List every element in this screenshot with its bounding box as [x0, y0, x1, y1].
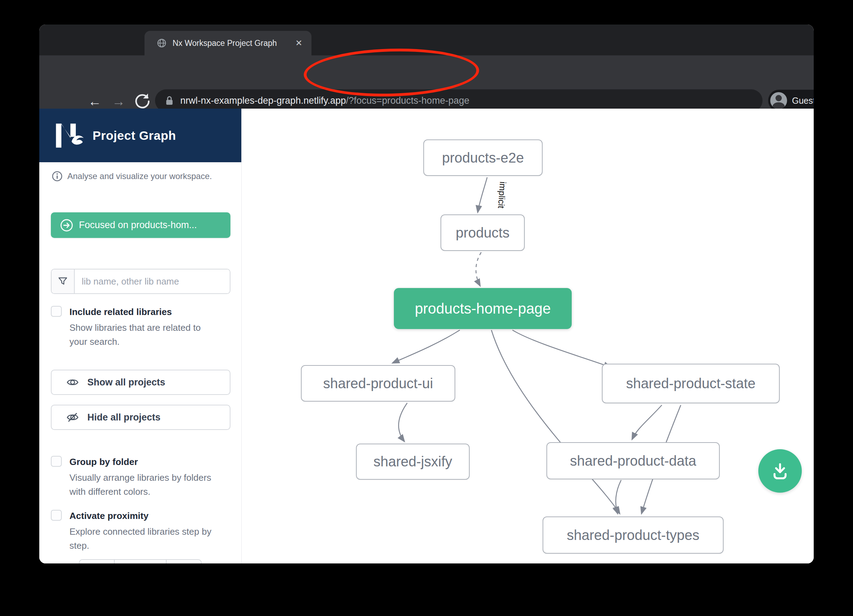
group-by-folder-description: Visually arrange libraries by folders wi… [70, 471, 229, 499]
graph-node-products[interactable]: products [440, 215, 525, 251]
close-tab-icon[interactable]: ✕ [295, 38, 302, 48]
activate-proximity-description: Explore connected libraries step by step… [70, 525, 229, 552]
lock-icon [165, 96, 174, 106]
eye-icon [66, 376, 79, 389]
graph-node-shared-product-types[interactable]: shared-product-types [543, 516, 724, 554]
include-related-row: Include related libraries Show libraries… [51, 305, 229, 349]
eye-off-icon [66, 411, 79, 424]
edge-label-implicit: implicit [496, 181, 508, 209]
include-related-label: Include related libraries [70, 305, 229, 319]
filter-box [51, 269, 231, 294]
group-by-folder-label: Group by folder [70, 455, 229, 469]
graph-edges [242, 109, 814, 563]
stepper-increment-button[interactable]: + [166, 560, 201, 563]
nx-logo-icon [55, 123, 85, 148]
group-by-folder-checkbox[interactable] [51, 456, 62, 467]
download-image-button[interactable] [758, 449, 802, 493]
arrow-right-circle-icon [60, 219, 73, 232]
tab-strip: Nx Workspace Project Graph ✕ + [39, 24, 814, 55]
tagline-row: Analyse and visualize your workspace. [52, 171, 212, 182]
url-text: nrwl-nx-examples-dep-graph.netlify.app/?… [180, 95, 469, 106]
info-icon [52, 171, 62, 182]
include-related-checkbox[interactable] [51, 306, 62, 317]
graph-node-shared-product-state[interactable]: shared-product-state [602, 364, 780, 403]
show-all-projects-label: Show all projects [87, 377, 165, 388]
graph-node-shared-product-data[interactable]: shared-product-data [546, 442, 720, 479]
page-title: Project Graph [93, 129, 176, 142]
download-icon [770, 461, 790, 481]
proximity-stepper: − 1 + [79, 559, 202, 563]
browser-tab[interactable]: Nx Workspace Project Graph ✕ [144, 31, 311, 55]
url-domain: nrwl-nx-examples-dep-graph.netlify.app [180, 95, 346, 106]
filter-input[interactable] [75, 269, 230, 293]
graph-node-shared-jsxify[interactable]: shared-jsxify [356, 443, 470, 480]
focused-on-label: Focused on products-hom... [79, 220, 197, 230]
project-graph-canvas[interactable]: implicit products-e2e products products-… [242, 109, 814, 563]
sidebar: Project Graph Analyse and visualize your… [39, 109, 242, 563]
profile-chip[interactable]: Guest [768, 90, 814, 111]
graph-node-products-home-page[interactable]: products-home-page [394, 288, 572, 329]
include-related-description: Show libraries that are related to your … [70, 321, 220, 349]
sidebar-header: Project Graph [39, 109, 241, 162]
group-by-folder-row: Group by folder Visually arrange librari… [51, 455, 229, 499]
avatar-icon [770, 92, 787, 109]
tagline-text: Analyse and visualize your workspace. [67, 171, 212, 181]
hide-all-projects-label: Hide all projects [87, 412, 161, 423]
globe-icon [157, 39, 166, 48]
stepper-decrement-button[interactable]: − [80, 560, 115, 563]
browser-toolbar: ← → nrwl-nx-examples-dep-graph.netlify.a… [39, 55, 814, 109]
graph-node-products-e2e[interactable]: products-e2e [423, 139, 543, 176]
show-all-projects-button[interactable]: Show all projects [51, 370, 231, 395]
profile-name: Guest [792, 96, 814, 106]
stepper-value: 1 [115, 560, 166, 563]
url-path: /?focus=products-home-page [346, 95, 469, 106]
activate-proximity-label: Activate proximity [70, 509, 229, 523]
tab-title: Nx Workspace Project Graph [173, 39, 295, 48]
activate-proximity-checkbox[interactable] [51, 510, 62, 521]
filter-icon [52, 269, 75, 293]
activate-proximity-row: Activate proximity Explore connected lib… [51, 509, 229, 552]
graph-node-shared-product-ui[interactable]: shared-product-ui [301, 365, 455, 401]
browser-window: Nx Workspace Project Graph ✕ + ← → nrwl-… [39, 24, 814, 563]
hide-all-projects-button[interactable]: Hide all projects [51, 405, 231, 430]
focused-on-button[interactable]: Focused on products-hom... [51, 212, 231, 238]
